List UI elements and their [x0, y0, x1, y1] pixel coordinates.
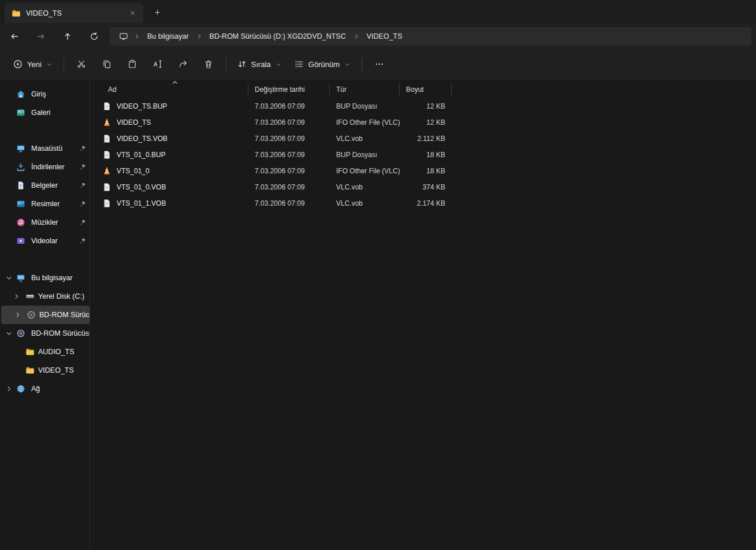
sidebar-item-videos[interactable]: Videolar: [0, 232, 90, 250]
cut-button[interactable]: [69, 54, 94, 75]
sidebar-item-local-disk-c[interactable]: Yerel Disk (C:): [0, 287, 90, 306]
sort-button[interactable]: Sırala: [231, 54, 288, 75]
breadcrumb-item-drive[interactable]: BD-ROM Sürücüsü (D:) XGD2DVD_NTSC: [208, 31, 348, 42]
breadcrumb-item-video-ts[interactable]: VIDEO_TS: [365, 31, 404, 42]
sidebar-item-video-ts[interactable]: VIDEO_TS: [0, 361, 90, 380]
sidebar-item-home[interactable]: Giriş: [0, 85, 90, 103]
pin-icon: [79, 163, 87, 171]
sidebar-item-label: Masaüstü: [31, 144, 62, 153]
sidebar-item-label: VIDEO_TS: [38, 366, 74, 374]
file-row[interactable]: VTS_01_1.VOB 7.03.2006 07:09 VLC.vob 2.1…: [102, 195, 756, 211]
sidebar-item-label: Ağ: [31, 385, 40, 393]
sidebar-item-label: BD-ROM Sürücüs: [39, 311, 90, 319]
sidebar-item-label: Giriş: [31, 90, 46, 98]
chevron-down-icon: [344, 61, 351, 68]
sidebar-item-network[interactable]: Ağ: [0, 380, 90, 398]
sidebar-item-documents[interactable]: Belgeler: [0, 176, 90, 195]
chevron-right-icon[interactable]: [13, 293, 20, 300]
file-icon: [102, 134, 111, 143]
file-row[interactable]: VTS_01_0 7.03.2006 07:09 IFO Other File …: [102, 163, 756, 179]
sidebar-item-audio-ts[interactable]: AUDIO_TS: [0, 343, 90, 361]
file-name: VTS_01_0.VOB: [117, 183, 166, 191]
home-icon: [16, 90, 25, 99]
view-button[interactable]: Görünüm: [288, 54, 357, 75]
chevron-right-icon[interactable]: [5, 385, 13, 393]
scissors-icon: [77, 60, 86, 69]
chevron-right-icon[interactable]: [133, 33, 140, 40]
sidebar-item-label: Resimler: [31, 200, 59, 208]
folder-icon: [12, 9, 21, 18]
chevron-down-icon[interactable]: [5, 330, 13, 337]
forward-icon: [36, 32, 46, 41]
plus-icon: [154, 9, 161, 16]
file-type: VLC.vob: [330, 199, 400, 207]
sidebar-item-label: Galeri: [31, 109, 50, 117]
file-name: VIDEO_TS: [117, 118, 151, 127]
column-header-modified[interactable]: Değiştirme tarihi: [248, 83, 330, 96]
column-header-size[interactable]: Boyut: [400, 83, 452, 96]
chevron-right-icon[interactable]: [353, 33, 360, 40]
new-button[interactable]: Yeni: [7, 54, 59, 75]
file-row[interactable]: VIDEO_TS 7.03.2006 07:09 IFO Other File …: [102, 114, 756, 131]
sidebar-item-label: AUDIO_TS: [38, 348, 75, 356]
sidebar-gap: [0, 250, 90, 269]
new-tab-button[interactable]: [149, 4, 165, 20]
file-name: VTS_01_0.BUP: [117, 151, 166, 159]
file-row[interactable]: VTS_01_0.VOB 7.03.2006 07:09 VLC.vob 374…: [102, 179, 756, 195]
file-row[interactable]: VIDEO_TS.VOB 7.03.2006 07:09 VLC.vob 2.1…: [102, 131, 756, 147]
more-options-button[interactable]: [367, 54, 392, 75]
copy-button[interactable]: [94, 54, 120, 75]
file-row[interactable]: VTS_01_0.BUP 7.03.2006 07:09 BUP Dosyası…: [102, 147, 756, 163]
rename-button[interactable]: [145, 54, 170, 75]
delete-button[interactable]: [196, 54, 221, 75]
column-header-type[interactable]: Tür: [330, 83, 400, 96]
sidebar-item-pictures[interactable]: Resimler: [0, 195, 90, 213]
sidebar-item-music[interactable]: Müzikler: [0, 213, 90, 232]
file-size: 18 KB: [400, 167, 452, 175]
ellipsis-icon: [375, 60, 384, 69]
folder-icon: [25, 366, 35, 375]
tab-close-button[interactable]: [126, 7, 139, 20]
forward-button[interactable]: [28, 27, 54, 46]
monitor-icon: [119, 32, 128, 41]
up-button[interactable]: [54, 27, 81, 46]
file-type: VLC.vob: [330, 135, 400, 143]
breadcrumb-item-this-pc[interactable]: Bu bilgisayar: [146, 31, 191, 42]
back-button[interactable]: [1, 27, 28, 46]
file-row[interactable]: VIDEO_TS.BUP 7.03.2006 07:09 BUP Dosyası…: [102, 98, 756, 114]
file-type: BUP Dosyası: [330, 151, 400, 159]
sidebar-item-gallery[interactable]: Galeri: [0, 103, 90, 122]
file-icon: [102, 102, 111, 111]
address-bar[interactable]: Bu bilgisayar BD-ROM Sürücüsü (D:) XGD2D…: [110, 27, 751, 46]
paste-button[interactable]: [120, 54, 145, 75]
pictures-icon: [16, 199, 25, 209]
file-modified: 7.03.2006 07:09: [248, 135, 330, 143]
file-type: BUP Dosyası: [330, 102, 400, 110]
sidebar-item-this-pc[interactable]: Bu bilgisayar: [0, 269, 90, 287]
chevron-down-icon[interactable]: [5, 274, 13, 282]
sidebar-item-downloads[interactable]: İndirilenler: [0, 158, 90, 176]
file-icon: [102, 150, 111, 159]
sidebar-item-bdrom-drive-selected[interactable]: BD-ROM Sürücüs: [1, 306, 90, 324]
folder-icon: [25, 347, 35, 356]
sidebar: Giriş Galeri Masaüstü İndirilenler Belge…: [0, 79, 90, 550]
refresh-button[interactable]: [81, 27, 107, 46]
sidebar-item-label: BD-ROM Sürücüsü: [31, 329, 90, 337]
vlc-cone-icon: [102, 166, 111, 176]
sidebar-item-bdrom-drive-tree[interactable]: BD-ROM Sürücüsü: [0, 324, 90, 343]
sidebar-item-desktop[interactable]: Masaüstü: [0, 139, 90, 158]
share-icon: [178, 60, 188, 69]
desktop-icon: [16, 144, 25, 153]
share-button[interactable]: [170, 54, 196, 75]
chevron-right-icon[interactable]: [196, 33, 203, 40]
file-size: 12 KB: [400, 102, 452, 110]
documents-icon: [16, 181, 25, 190]
back-icon: [10, 32, 19, 41]
refresh-icon: [90, 32, 99, 41]
new-button-label: Yeni: [27, 60, 42, 69]
chevron-right-icon[interactable]: [14, 311, 21, 319]
file-icon: [102, 183, 111, 192]
tab-video-ts[interactable]: VIDEO_TS: [5, 3, 143, 23]
trash-icon: [204, 60, 213, 69]
vlc-cone-icon: [102, 118, 111, 127]
